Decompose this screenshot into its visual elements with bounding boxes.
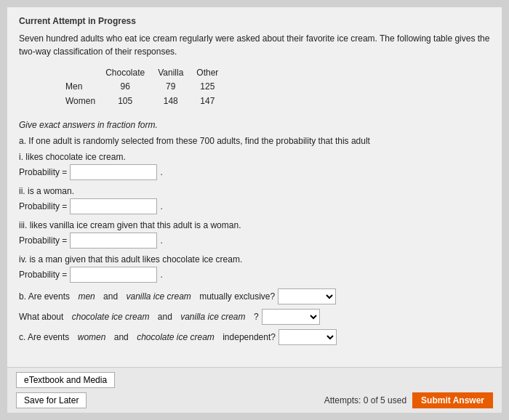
question-b-text1: b. Are events: [19, 291, 70, 302]
question-b-italic2: vanilla ice cream: [126, 291, 191, 302]
table-row: Men 96 79 125: [63, 79, 228, 94]
question-b-text4: What about: [19, 312, 63, 322]
probability-label-iii: Probability =: [19, 235, 67, 246]
probability-input-iv[interactable]: [70, 267, 157, 283]
probability-label-iv: Probability =: [19, 270, 67, 280]
row-men-chocolate: 96: [103, 79, 155, 94]
row-women-chocolate: 105: [103, 94, 155, 108]
probability-row-iv: Probability = .: [19, 267, 490, 283]
question-c-text3: independent?: [223, 332, 276, 342]
question-b-italic1: men: [78, 291, 95, 302]
col-header-other: Other: [193, 65, 228, 79]
question-b-text6: ?: [254, 312, 259, 322]
data-table: Chocolate Vanilla Other Men 96 79 125 Wo…: [63, 65, 228, 108]
question-c-text2: and: [114, 332, 129, 342]
question-b-text2: and: [103, 291, 118, 302]
page-container: Current Attempt in Progress Seven hundre…: [7, 7, 502, 413]
table-row: Women 105 148 147: [63, 94, 228, 108]
probability-input-ii[interactable]: [70, 198, 157, 214]
question-b-text5: and: [158, 312, 172, 322]
question-b-row2: What about chocolate ice cream and vanil…: [19, 309, 490, 325]
sub-question-ii: ii. is a woman. Probability = .: [19, 186, 490, 214]
etextbook-button[interactable]: eTextbook and Media: [16, 372, 115, 388]
probability-row-ii: Probability = .: [19, 198, 490, 214]
question-c-select[interactable]: Yes No: [278, 329, 337, 345]
row-men-other: 125: [193, 79, 228, 94]
bottom-bar: eTextbook and Media Save for Later Attem…: [7, 367, 502, 413]
question-c-text1: c. Are events: [19, 332, 69, 342]
sub-question-i: i. likes chocolate ice cream. Probabilit…: [19, 152, 490, 180]
row-women-label: Women: [63, 94, 103, 108]
row-women-vanilla: 148: [155, 94, 193, 108]
period-iv: .: [160, 270, 162, 280]
table-wrapper: Chocolate Vanilla Other Men 96 79 125 Wo…: [63, 65, 490, 108]
col-header-vanilla: Vanilla: [155, 65, 193, 79]
col-header-empty: [63, 65, 103, 79]
col-header-chocolate: Chocolate: [103, 65, 155, 79]
row-men-label: Men: [63, 79, 103, 94]
sub-question-i-text: i. likes chocolate ice cream.: [19, 152, 490, 162]
question-b-italic4: vanilla ice cream: [180, 312, 245, 322]
period-ii: .: [160, 201, 162, 211]
question-c-row: c. Are events women and chocolate ice cr…: [19, 329, 490, 345]
bottom-actions: Save for Later Attempts: 0 of 5 used Sub…: [16, 392, 493, 408]
question-a-intro: a. If one adult is randomly selected fro…: [19, 136, 490, 146]
period-iii: .: [160, 235, 162, 246]
question-c-italic1: women: [78, 332, 106, 342]
question-b-select2[interactable]: Yes No: [262, 309, 320, 325]
row-women-other: 147: [193, 94, 228, 108]
attempts-text: Attempts: 0 of 5 used: [324, 395, 406, 405]
save-button[interactable]: Save for Later: [16, 392, 87, 408]
probability-input-iii[interactable]: [70, 233, 157, 249]
sub-question-iv: iv. is a man given that this adult likes…: [19, 254, 490, 283]
sub-question-iii-text: iii. likes vanilla ice cream given that …: [19, 220, 490, 230]
question-b-select1[interactable]: Yes No: [278, 288, 336, 304]
row-men-vanilla: 79: [155, 79, 193, 94]
instructions: Give exact answers in fraction form.: [19, 120, 490, 130]
probability-row-iii: Probability = .: [19, 233, 490, 249]
probability-input-i[interactable]: [70, 164, 157, 180]
question-b-italic3: chocolate ice cream: [72, 312, 150, 322]
section-title: Current Attempt in Progress: [19, 16, 490, 26]
question-b-row1: b. Are events men and vanilla ice cream …: [19, 288, 490, 304]
period-i: .: [160, 167, 162, 177]
submit-button[interactable]: Submit Answer: [412, 392, 493, 408]
sub-question-ii-text: ii. is a woman.: [19, 186, 490, 196]
description: Seven hundred adults who eat ice cream r…: [19, 32, 490, 58]
question-b-text3: mutually exclusive?: [199, 291, 275, 302]
sub-question-iv-text: iv. is a man given that this adult likes…: [19, 254, 490, 264]
probability-label-ii: Probability =: [19, 201, 67, 211]
probability-row-i: Probability = .: [19, 164, 490, 180]
probability-label-i: Probability =: [19, 167, 67, 177]
sub-question-iii: iii. likes vanilla ice cream given that …: [19, 220, 490, 249]
question-a-text: a. If one adult is randomly selected fro…: [19, 136, 490, 146]
attempts-area: Attempts: 0 of 5 used Submit Answer: [324, 392, 493, 408]
question-c-italic2: chocolate ice cream: [137, 332, 215, 342]
